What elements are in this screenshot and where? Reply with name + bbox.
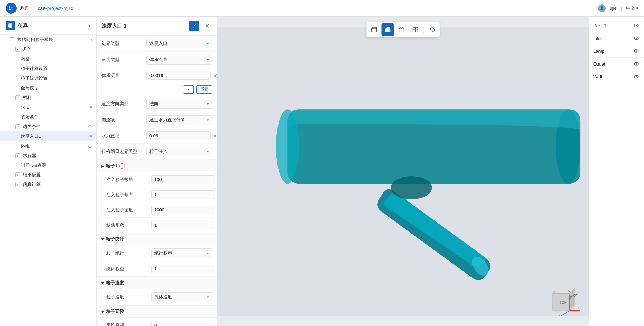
item-actions[interactable]: ⊕ (88, 143, 92, 149)
turbulence-select[interactable]: 通过水力直径计算 ▾ (146, 115, 212, 125)
view-3d-button[interactable] (368, 23, 380, 36)
particle-stats-section-header: ▾ 粒子统计 (97, 233, 217, 245)
fx-row: fx 重置 (97, 83, 217, 96)
chevron-down-icon: ▾ (636, 6, 638, 11)
unit-select[interactable]: m³/s ▾ (213, 73, 217, 78)
form-panel: 速度入口 1 ✓ ✕ 边界类型 速度入口 ▾ 速度类型 体积流量 ▾ (97, 17, 217, 326)
avg-diameter-input[interactable] (151, 321, 215, 326)
visibility-toggle[interactable] (633, 60, 640, 67)
close-button[interactable]: ✕ (202, 21, 212, 31)
visibility-toggle[interactable] (633, 35, 640, 42)
velocity-dir-select[interactable]: 法向 ▾ (146, 99, 212, 109)
inject-count-input[interactable] (151, 175, 215, 184)
unit-label: m³/s (213, 73, 217, 78)
sidebar-item-initial-cond[interactable]: 初始条件 (0, 112, 96, 122)
reset-view-button[interactable] (426, 23, 439, 36)
sidebar-item-time-resource[interactable]: 时间步&资源 (0, 160, 96, 170)
section-collapse-icon[interactable]: ▸ (101, 164, 104, 169)
visibility-toggle[interactable] (633, 22, 640, 29)
main-layout: 仿真 ▾ − 拉格朗日粒子模块 ○ − 几何 网格 粒子计算设置 粒子统计设置 … (0, 17, 644, 326)
sidebar-item-result-config[interactable]: + 结果配置 (0, 170, 96, 180)
eye-icon (634, 74, 639, 79)
select-value: 法向 (149, 101, 158, 107)
field-velocity-type: 速度类型 体积流量 ▾ (97, 52, 217, 68)
inject-density-input[interactable] (151, 206, 215, 214)
particle-stat-select[interactable]: 统计权重 ▾ (151, 248, 212, 258)
remove-particle-button[interactable]: − (119, 163, 125, 169)
item-actions[interactable]: ⊕ (88, 124, 92, 129)
layer-name: Part_1 (593, 23, 633, 28)
coking-coef-input[interactable] (151, 221, 215, 229)
cube-solid-icon (384, 26, 391, 33)
item-label: 水 1 (21, 104, 89, 110)
lagrange-boundary-select[interactable]: 粒子注入 ▾ (146, 147, 212, 156)
field-label: 注入粒子数量 (106, 177, 151, 183)
inject-freq-input[interactable] (151, 190, 215, 199)
sidebar-item-water1[interactable]: 水 1 ≡ (0, 102, 96, 112)
layer-name: Outlet (593, 61, 633, 67)
field-inject-density: 注入粒子密度 kg/m3 ▾ (97, 202, 217, 218)
fx-button[interactable]: fx (183, 85, 194, 94)
viewport[interactable]: TOP FRONT X Y Z (217, 17, 589, 326)
sidebar-item-lagrange[interactable]: − 拉格朗日粒子模块 ○ (0, 35, 96, 45)
svg-point-29 (636, 38, 637, 39)
field-label: 结焦系数 (106, 222, 151, 228)
sidebar-item-particle-setup[interactable]: 粒子计算设置 (0, 64, 96, 73)
particle-speed-select[interactable]: 流体速度 ▾ (151, 292, 212, 302)
particles-section-header: ▸ 粒子1 − (97, 160, 217, 172)
section-collapse-icon[interactable]: ▾ (101, 280, 104, 286)
topbar-right: 👤 liujie | 中文 ▾ (598, 4, 638, 12)
sidebar-item-particle-stat[interactable]: 粒子统计设置 (0, 73, 96, 83)
chevron-down-icon: ▾ (207, 251, 209, 256)
item-label: 材料 (23, 95, 92, 101)
field-label: 速度方向类型 (101, 101, 146, 107)
eye-icon (634, 23, 639, 28)
field-value: m ▾ (151, 321, 217, 326)
view-solid-button[interactable] (382, 23, 394, 36)
field-value: m³/s ▾ (146, 71, 217, 80)
hydraulic-diameter-input[interactable] (146, 131, 211, 140)
view-wireframe-button[interactable] (396, 23, 408, 36)
sidebar-item-material[interactable]: − 材料 (0, 93, 96, 102)
section-collapse-icon[interactable]: ▾ (101, 309, 104, 314)
sidebar-item-boundary[interactable]: − 边界条件 ⊕ (0, 122, 96, 131)
sidebar-item-sim-calc[interactable]: + 仿真计算 (0, 180, 96, 189)
item-label: 拉格朗日粒子模块 (17, 37, 89, 43)
reset-button[interactable]: 重置 (196, 85, 212, 94)
section-collapse-icon[interactable]: ▾ (101, 237, 104, 242)
add-icon[interactable]: ⊕ (88, 124, 92, 129)
viewport-toolbar (367, 22, 440, 37)
visibility-toggle[interactable] (633, 73, 640, 80)
expand-icon: − (15, 47, 20, 52)
field-label: 平均直径 (106, 322, 151, 326)
add-icon[interactable]: ⊕ (88, 143, 92, 149)
stat-weight-input[interactable] (151, 265, 215, 273)
section-title: 粒子直径 (106, 308, 124, 315)
select-value: 粒子注入 (149, 148, 167, 155)
chevron-down-icon: ▾ (207, 295, 209, 299)
language-selector[interactable]: 中文 ▾ (626, 5, 638, 11)
cube-surface-icon (412, 26, 419, 33)
sidebar-collapse-icon[interactable]: ▾ (88, 23, 91, 28)
axis-svg: TOP FRONT X Y Z (547, 285, 582, 319)
confirm-button[interactable]: ✓ (189, 21, 199, 31)
field-label: 边界类型 (101, 40, 146, 47)
visibility-toggle[interactable] (633, 48, 640, 55)
sidebar-item-mesh[interactable]: 网格 (0, 54, 96, 64)
project-name[interactable]: cae-project-mj1x (38, 6, 73, 11)
layer-item-outlet: Outlet (589, 58, 644, 70)
sidebar-item-velocity-inlet[interactable]: 速度入口1 ≡ (0, 131, 96, 141)
velocity-type-select[interactable]: 体积流量 ▾ (146, 55, 212, 65)
boundary-type-select[interactable]: 速度入口 ▾ (146, 39, 212, 48)
sidebar-item-body-group[interactable]: 体组 ⊕ (0, 141, 96, 151)
pipe-visualization (217, 17, 589, 326)
sidebar-icon (6, 21, 15, 30)
sidebar-item-geometry[interactable]: − 几何 (0, 45, 96, 54)
unit-select[interactable]: m ▾ (213, 134, 217, 138)
item-label: 体组 (21, 143, 88, 149)
sidebar-item-global-model[interactable]: 全局模型 (0, 83, 96, 93)
view-surface-button[interactable] (409, 23, 422, 36)
volume-flow-input[interactable] (146, 71, 211, 80)
user-info: 👤 liujie (598, 4, 617, 12)
sidebar-item-solver[interactable]: + 求解器 (0, 151, 96, 160)
